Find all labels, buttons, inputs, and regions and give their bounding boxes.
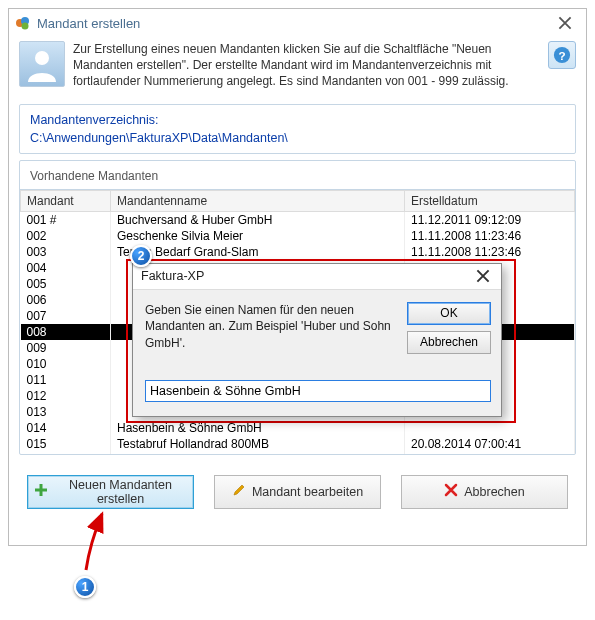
table-cell-id: 012	[21, 388, 111, 404]
table-cell-name: Hasenbein & Söhne GmbH	[111, 420, 405, 436]
create-mandant-label: Neuen Mandanten erstellen	[54, 478, 187, 506]
help-button[interactable]: ?	[548, 41, 576, 69]
table-cell-id: 016	[21, 452, 111, 454]
avatar-icon	[19, 41, 65, 87]
table-cell-id: 013	[21, 404, 111, 420]
directory-path: C:\Anwendungen\FakturaXP\Data\Mandanten\	[30, 131, 565, 145]
table-cell-date: 20.08.2014 07:00:41	[405, 436, 575, 452]
annotation-step-1: 1	[74, 576, 96, 598]
svg-rect-7	[35, 489, 47, 492]
table-cell-id: 010	[21, 356, 111, 372]
window-title: Mandant erstellen	[37, 16, 550, 31]
info-row: Zur Erstellung eines neuen Mandanten kli…	[9, 37, 586, 98]
window-close-button[interactable]	[550, 13, 580, 33]
info-text: Zur Erstellung eines neuen Mandanten kli…	[73, 41, 540, 90]
titlebar: Mandant erstellen	[9, 9, 586, 37]
directory-group: Mandantenverzeichnis: C:\Anwendungen\Fak…	[19, 104, 576, 154]
table-row[interactable]: 002Geschenke Silvia Meier11.11.2008 11:2…	[21, 228, 575, 244]
table-row[interactable]: 014Hasenbein & Söhne GmbH	[21, 420, 575, 436]
svg-point-3	[35, 51, 49, 65]
table-cell-id: 007	[21, 308, 111, 324]
table-cell-name: Testabruf Hollandrad 800MB	[111, 436, 405, 452]
table-row[interactable]: 015Testabruf Hollandrad 800MB20.08.2014 …	[21, 436, 575, 452]
table-cell-name: Buchversand & Huber GmbH	[111, 211, 405, 228]
table-cell-id: 006	[21, 292, 111, 308]
table-cell-id: 005	[21, 276, 111, 292]
mandanten-list-group: Vorhandene Mandanten Mandant Mandantenna…	[19, 160, 576, 455]
svg-point-2	[22, 23, 29, 30]
edit-mandant-button[interactable]: Mandant bearbeiten	[214, 475, 381, 509]
table-cell-date: 11.11.2008 11:23:46	[405, 228, 575, 244]
table-cell-name: Tennis Bedarf Grand-Slam	[111, 244, 405, 260]
table-cell-date: 05.09.2014 07:25:41	[405, 452, 575, 454]
dialog-message: Geben Sie einen Namen für den neuen Mand…	[145, 302, 397, 352]
table-cell-date	[405, 420, 575, 436]
col-header-date[interactable]: Erstelldatum	[405, 190, 575, 211]
table-cell-name: Sander & Meier GmbH	[111, 452, 405, 454]
table-row[interactable]: 001 #Buchversand & Huber GmbH11.12.2011 …	[21, 211, 575, 228]
plus-icon	[34, 483, 48, 500]
dialog-titlebar: Faktura-XP	[133, 264, 501, 290]
dialog-ok-button[interactable]: OK	[407, 302, 491, 325]
cancel-label: Abbrechen	[464, 485, 524, 499]
name-prompt-dialog: Faktura-XP Geben Sie einen Namen für den…	[132, 263, 502, 417]
button-row: Neuen Mandanten erstellen Mandant bearbe…	[9, 461, 586, 509]
svg-text:?: ?	[558, 49, 565, 62]
table-cell-id: 009	[21, 340, 111, 356]
main-window: Mandant erstellen Zur Erstellung eines n…	[8, 8, 587, 546]
table-cell-id: 001 #	[21, 211, 111, 228]
create-mandant-button[interactable]: Neuen Mandanten erstellen	[27, 475, 194, 509]
table-row[interactable]: 016Sander & Meier GmbH05.09.2014 07:25:4…	[21, 452, 575, 454]
list-title: Vorhandene Mandanten	[20, 161, 575, 190]
app-icon	[15, 15, 31, 31]
col-header-name[interactable]: Mandantenname	[111, 190, 405, 211]
table-cell-id: 003	[21, 244, 111, 260]
table-cell-id: 002	[21, 228, 111, 244]
table-cell-id: 011	[21, 372, 111, 388]
cancel-button[interactable]: Abbrechen	[401, 475, 568, 509]
edit-mandant-label: Mandant bearbeiten	[252, 485, 363, 499]
table-row[interactable]: 003Tennis Bedarf Grand-Slam11.11.2008 11…	[21, 244, 575, 260]
dialog-cancel-button[interactable]: Abbrechen	[407, 331, 491, 354]
dialog-close-button[interactable]	[469, 266, 497, 286]
cancel-icon	[444, 483, 458, 500]
dialog-title: Faktura-XP	[141, 269, 469, 283]
directory-label: Mandantenverzeichnis:	[30, 113, 565, 127]
dialog-name-input[interactable]	[145, 380, 491, 402]
table-cell-id: 015	[21, 436, 111, 452]
table-cell-id: 014	[21, 420, 111, 436]
table-cell-id: 008	[21, 324, 111, 340]
table-cell-date: 11.12.2011 09:12:09	[405, 211, 575, 228]
col-header-id[interactable]: Mandant	[21, 190, 111, 211]
table-cell-name: Geschenke Silvia Meier	[111, 228, 405, 244]
table-cell-id: 004	[21, 260, 111, 276]
table-cell-date: 11.11.2008 11:23:46	[405, 244, 575, 260]
annotation-step-2: 2	[130, 245, 152, 267]
pencil-icon	[232, 483, 246, 500]
